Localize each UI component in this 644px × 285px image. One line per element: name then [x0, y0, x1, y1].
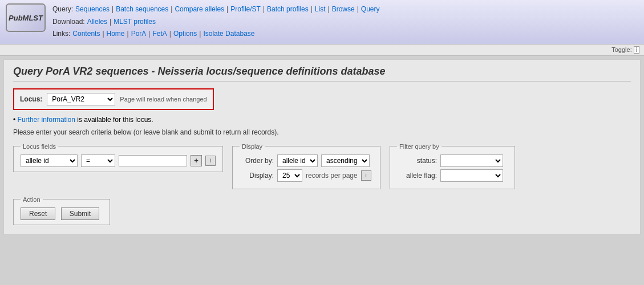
status-select[interactable] — [440, 154, 503, 167]
locus-label: Locus: — [20, 95, 42, 103]
perpage-row: Display: 25 records per page i — [240, 169, 373, 182]
flag-row: allele flag: — [397, 169, 508, 182]
locus-op-select[interactable]: = — [81, 154, 115, 167]
nav-mlst-profiles[interactable]: MLST profiles — [114, 16, 156, 28]
direction-select[interactable]: ascending — [321, 154, 370, 167]
nav-feta[interactable]: FetA — [152, 28, 167, 40]
header: PubMLST Query: Sequences | Batch sequenc… — [0, 0, 644, 44]
nav-contents[interactable]: Contents — [72, 28, 100, 40]
panels-row: Locus fields allele id = + i Display Ord… — [13, 143, 631, 189]
nav-links: Query: Sequences | Batch sequences | Com… — [52, 3, 638, 40]
action-panel: Action Reset Submit — [13, 196, 110, 225]
order-select[interactable]: allele id — [277, 154, 318, 167]
nav-list[interactable]: List — [315, 3, 326, 16]
status-row: status: — [397, 154, 508, 167]
add-field-btn[interactable]: + — [191, 155, 202, 166]
nav-batch-sequences[interactable]: Batch sequences — [116, 3, 168, 16]
download-label: Download: — [52, 16, 85, 28]
further-info-suffix: is available for this locus. — [75, 116, 153, 124]
nav-sequences[interactable]: Sequences — [75, 3, 110, 16]
flag-label: allele flag: — [397, 172, 437, 180]
flag-select[interactable] — [440, 169, 503, 182]
display-label: Display: — [240, 172, 274, 180]
further-info: • Further information is available for t… — [13, 116, 631, 124]
nav-pora[interactable]: PorA — [131, 28, 147, 40]
nav-home[interactable]: Home — [107, 28, 125, 40]
order-label: Order by: — [240, 157, 274, 165]
download-nav-row: Download: Alleles | MLST profiles — [52, 16, 638, 28]
display-panel: Display Order by: allele id ascending Di… — [232, 143, 380, 189]
nav-profile-st[interactable]: Profile/ST — [230, 3, 261, 16]
locus-selector-box: Locus: PorA_VR2 Page will reload when ch… — [13, 88, 214, 110]
logo[interactable]: PubMLST — [6, 3, 46, 32]
nav-isolate-db[interactable]: Isolate Database — [203, 28, 254, 40]
reset-button[interactable]: Reset — [21, 207, 55, 220]
display-legend: Display — [240, 143, 265, 150]
locus-value-input[interactable] — [119, 155, 187, 166]
further-info-link[interactable]: Further information — [18, 116, 75, 124]
records-label: records per page — [306, 172, 358, 180]
action-legend: Action — [21, 196, 43, 203]
main-content: Query PorA VR2 sequences - Neisseria loc… — [3, 59, 641, 235]
query-label: Query: — [52, 3, 73, 16]
nav-compare-alleles[interactable]: Compare alleles — [175, 3, 224, 16]
display-info-btn[interactable]: i — [361, 170, 371, 181]
locus-select[interactable]: PorA_VR2 — [47, 93, 115, 105]
nav-batch-profiles[interactable]: Batch profiles — [267, 3, 309, 16]
criteria-message: Please enter your search criteria below … — [13, 128, 631, 136]
locus-field-select[interactable]: allele id — [21, 154, 78, 167]
page-title: Query PorA VR2 sequences - Neisseria loc… — [13, 66, 631, 82]
nav-alleles[interactable]: Alleles — [87, 16, 107, 28]
toggle-label: Toggle: — [611, 46, 631, 53]
logo-area: PubMLST — [6, 3, 46, 32]
locus-fields-panel: Locus fields allele id = + i — [13, 143, 223, 172]
per-page-select[interactable]: 25 — [277, 169, 302, 182]
order-row: Order by: allele id ascending — [240, 154, 373, 167]
links-label: Links: — [52, 28, 70, 40]
links-nav-row: Links: Contents | Home | PorA | FetA | O… — [52, 28, 638, 40]
submit-button[interactable]: Submit — [61, 207, 99, 220]
nav-browse[interactable]: Browse — [332, 3, 355, 16]
filter-panel: Filter query by status: allele flag: — [390, 143, 515, 189]
toggle-info-btn[interactable]: i — [634, 46, 639, 54]
query-nav-row: Query: Sequences | Batch sequences | Com… — [52, 3, 638, 16]
locus-fields-row: allele id = + i — [21, 154, 216, 167]
locus-reload-message: Page will reload when changed — [120, 96, 206, 103]
filter-legend: Filter query by — [397, 143, 442, 150]
nav-query[interactable]: Query — [361, 3, 380, 16]
status-label: status: — [397, 157, 437, 165]
field-info-btn[interactable]: i — [205, 156, 216, 166]
toggle-bar: Toggle: i — [0, 44, 644, 56]
nav-options[interactable]: Options — [173, 28, 197, 40]
locus-fields-legend: Locus fields — [21, 143, 58, 150]
